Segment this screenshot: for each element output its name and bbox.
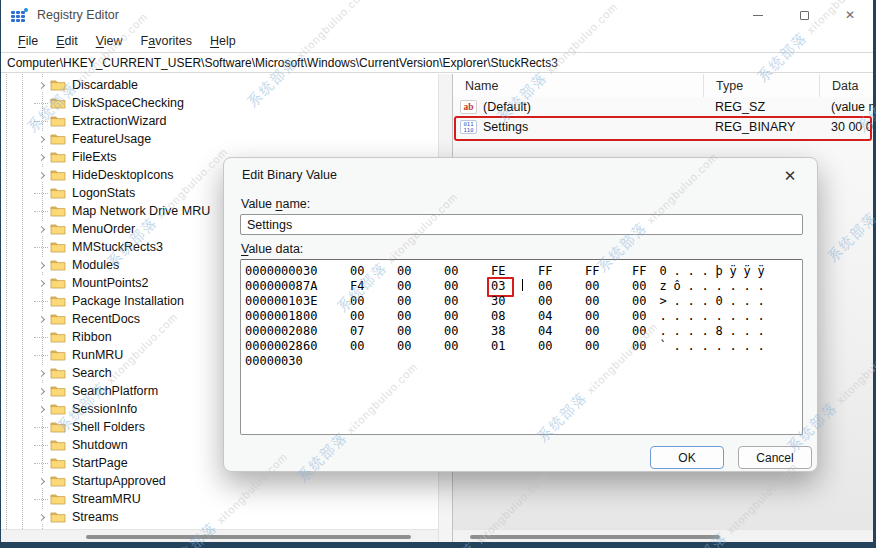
scrollbar-thumb[interactable] — [470, 535, 720, 539]
hex-byte[interactable]: 30 — [303, 264, 350, 278]
value-row-settings[interactable]: 011110SettingsREG_BINARY30 00 00 — [453, 117, 873, 137]
tree-item-label: DiskSpaceChecking — [72, 96, 184, 110]
value-data-hex-editor[interactable]: 0000000030000000FEFFFFFF0...þÿÿÿ00000008… — [240, 259, 803, 435]
hex-byte[interactable]: 04 — [538, 324, 585, 338]
hex-byte[interactable]: 00 — [632, 324, 652, 338]
menu-favorites[interactable]: Favorites — [132, 32, 201, 50]
hex-byte[interactable]: 00 — [303, 309, 350, 323]
hex-byte[interactable]: 00 — [585, 309, 632, 323]
hex-byte[interactable]: 04 — [538, 309, 585, 323]
scrollbar-thumb[interactable] — [86, 535, 411, 539]
hex-byte[interactable]: 00 — [397, 294, 444, 308]
tree-item-extractionwizard[interactable]: ExtractionWizard — [1, 112, 438, 130]
hex-byte[interactable]: 3E — [303, 294, 350, 308]
menu-help[interactable]: Help — [201, 32, 245, 50]
hex-byte[interactable]: 80 — [303, 324, 350, 338]
registry-editor-app-icon — [11, 8, 28, 23]
hex-byte[interactable]: 00 — [397, 339, 444, 353]
expand-chevron-icon[interactable] — [34, 78, 50, 92]
expand-chevron-icon[interactable] — [34, 312, 50, 326]
hex-byte[interactable]: 00 — [397, 324, 444, 338]
expand-chevron-icon[interactable] — [34, 150, 50, 164]
hex-byte[interactable]: FF — [632, 264, 652, 278]
expand-chevron-icon[interactable] — [34, 474, 50, 488]
close-button[interactable]: ✕ — [827, 0, 873, 30]
tree-horizontal-scrollbar[interactable] — [1, 529, 438, 542]
hex-byte[interactable]: 08 — [491, 309, 538, 323]
folder-icon — [50, 115, 66, 127]
expand-chevron-icon[interactable] — [34, 366, 50, 380]
value-row-default[interactable]: ab(Default)REG_SZ(value no — [453, 97, 873, 117]
hex-byte[interactable]: 00 — [585, 279, 632, 293]
values-horizontal-scrollbar[interactable] — [453, 529, 873, 542]
ok-button[interactable]: OK — [650, 446, 724, 469]
hex-byte[interactable]: 07 — [350, 324, 397, 338]
hex-byte[interactable]: 00 — [444, 339, 491, 353]
hex-byte[interactable]: 00 — [538, 339, 585, 353]
hex-byte[interactable]: 00 — [444, 324, 491, 338]
expand-chevron-icon[interactable] — [34, 258, 50, 272]
hex-byte[interactable]: 00 — [397, 309, 444, 323]
expand-chevron-icon[interactable] — [34, 222, 50, 236]
hex-byte[interactable]: FF — [538, 264, 585, 278]
hex-byte[interactable]: 00 — [538, 279, 585, 293]
expand-chevron-icon[interactable] — [34, 510, 50, 524]
menu-edit[interactable]: Edit — [47, 32, 87, 50]
tree-item-label: Package Installation — [72, 294, 184, 308]
hex-byte[interactable]: 00 — [350, 309, 397, 323]
value-data-label: Value data: — [241, 242, 303, 256]
hex-byte[interactable]: 00 — [585, 324, 632, 338]
hex-byte[interactable]: 7A — [303, 279, 350, 293]
tree-item-diskspacechecking[interactable]: DiskSpaceChecking — [1, 94, 438, 112]
column-header-name[interactable]: Name — [453, 74, 703, 97]
hex-byte[interactable]: 00 — [632, 339, 652, 353]
hex-byte[interactable]: 01 — [491, 339, 538, 353]
hex-byte[interactable]: 30 — [491, 294, 538, 308]
tree-item-featureusage[interactable]: FeatureUsage — [1, 130, 438, 148]
address-bar[interactable]: Computer\HKEY_CURRENT_USER\Software\Micr… — [1, 52, 873, 73]
ascii-char: . — [684, 264, 698, 278]
hex-byte[interactable]: FE — [491, 264, 538, 278]
hex-byte[interactable]: 00 — [444, 309, 491, 323]
hex-byte-highlighted[interactable]: 03 — [491, 279, 538, 293]
expand-chevron-icon[interactable] — [34, 132, 50, 146]
hex-ascii-column: 0...þÿÿÿ — [656, 264, 768, 278]
column-header-data[interactable]: Data — [819, 74, 873, 97]
expand-chevron-icon[interactable] — [34, 168, 50, 182]
minimize-button[interactable] — [735, 0, 781, 30]
hex-byte[interactable]: 60 — [303, 339, 350, 353]
tree-item-discardable[interactable]: Discardable — [1, 76, 438, 94]
hex-byte[interactable]: FF — [585, 264, 632, 278]
tree-item-streammru[interactable]: StreamMRU — [1, 490, 438, 508]
hex-byte[interactable]: 00 — [632, 294, 652, 308]
hex-byte[interactable]: F4 — [350, 279, 397, 293]
tree-item-startupapproved[interactable]: StartupApproved — [1, 472, 438, 490]
expand-chevron-icon[interactable] — [34, 384, 50, 398]
column-header-type[interactable]: Type — [703, 74, 819, 97]
cancel-button[interactable]: Cancel — [738, 446, 812, 469]
hex-byte[interactable]: 00 — [538, 294, 585, 308]
hex-byte[interactable]: 00 — [350, 294, 397, 308]
hex-byte[interactable]: 38 — [491, 324, 538, 338]
hex-byte[interactable]: 00 — [585, 294, 632, 308]
expand-chevron-icon[interactable] — [34, 276, 50, 290]
hex-byte[interactable]: 00 — [350, 264, 397, 278]
tree-item-streams[interactable]: Streams — [1, 508, 438, 526]
hex-byte[interactable]: 00 — [444, 294, 491, 308]
hex-byte[interactable]: 00 — [632, 279, 652, 293]
hex-byte[interactable]: 00 — [632, 309, 652, 323]
hex-byte[interactable]: 00 — [585, 339, 632, 353]
menu-bar: FileEditViewFavoritesHelp — [1, 30, 873, 52]
dialog-close-icon[interactable]: ✕ — [779, 165, 801, 187]
value-name-input[interactable]: Settings — [240, 214, 803, 235]
hex-byte[interactable]: 00 — [350, 339, 397, 353]
maximize-button[interactable] — [781, 0, 827, 30]
menu-file[interactable]: File — [9, 32, 47, 50]
hex-byte[interactable]: 00 — [397, 279, 444, 293]
hex-byte[interactable]: 00 — [444, 264, 491, 278]
hex-byte[interactable]: 00 — [444, 279, 491, 293]
tree-item-label: Ribbon — [72, 330, 112, 344]
hex-byte[interactable]: 00 — [397, 264, 444, 278]
menu-view[interactable]: View — [87, 32, 132, 50]
expand-chevron-icon[interactable] — [34, 402, 50, 416]
